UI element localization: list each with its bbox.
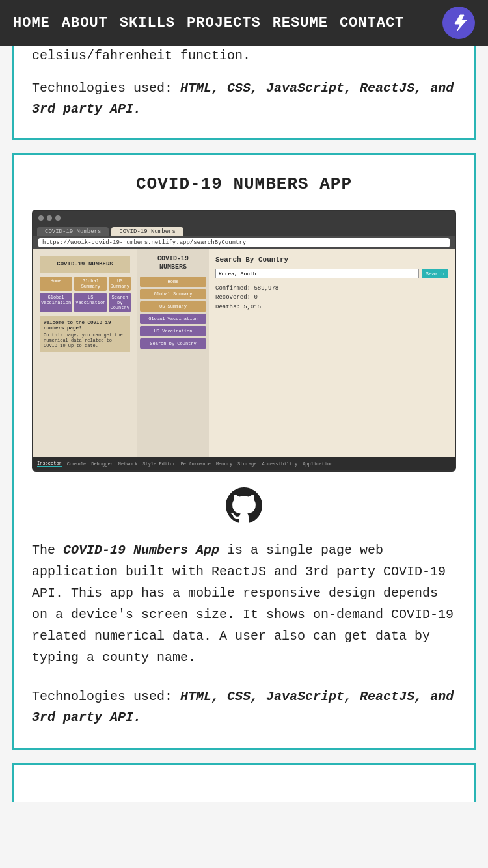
app-sidebar-uvax: US Vaccination	[140, 326, 206, 336]
nav-about[interactable]: ABOUT	[62, 15, 108, 31]
app-search-row: Search	[215, 269, 448, 278]
browser-tab-1[interactable]: COVID-19 Numbers	[37, 227, 109, 236]
app-sidebar-us: US Summary	[140, 301, 206, 312]
partial-top-card: celsius/fahrenheit function. Technologie…	[12, 46, 476, 140]
app-welcome-title: Welcome to the COVID-19 numbers page!	[44, 320, 126, 331]
app-sidebar-gvax: Global Vaccination	[140, 314, 206, 324]
app-sidebar-global: Global Summary	[140, 289, 206, 299]
covid-tech-text: Technologies used: HTML, CSS, JavaScript…	[32, 686, 456, 728]
stat-confirmed: Confirmed: 589,978	[215, 284, 448, 293]
app-mobile-btn-search: Search by Country	[109, 293, 130, 312]
app-desktop-logo: COVID-19NUMBERS	[140, 254, 206, 271]
devtools-inspector[interactable]: Inspector	[37, 461, 62, 467]
navigation: HOME ABOUT SKILLS PROJECTS RESUME CONTAC…	[0, 0, 488, 46]
browser-mockup: COVID-19 Numbers COVID-19 Numbers https:…	[32, 210, 456, 472]
stat-deaths: Deaths: 5,015	[215, 303, 448, 312]
app-sidebar-home: Home	[140, 277, 206, 287]
avatar-icon	[448, 12, 469, 33]
stat-recovered: Recovered: 0	[215, 293, 448, 302]
nav-home[interactable]: HOME	[13, 15, 50, 31]
devtools-perf[interactable]: Performance	[181, 461, 211, 467]
avatar[interactable]	[442, 7, 475, 39]
browser-tab-2[interactable]: COVID-19 Numbers	[111, 227, 183, 236]
nav-resume[interactable]: RESUME	[273, 15, 328, 31]
browser-devtools: Inspector Console Debugger Network Style…	[33, 457, 455, 470]
browser-dot-red	[38, 215, 44, 221]
browser-top-bar	[33, 211, 455, 225]
covid-project-title: COVID-19 NUMBERS APP	[32, 174, 456, 194]
app-mobile-btn-us: US Summary	[109, 277, 130, 291]
browser-body: COVID-19 NUMBERS Home Global Summary US …	[33, 249, 455, 457]
devtools-network[interactable]: Network	[118, 461, 137, 467]
devtools-app[interactable]: Application	[303, 461, 332, 467]
app-desktop-panel: COVID-19NUMBERS Home Global Summary US S…	[137, 249, 455, 457]
nav-contact[interactable]: CONTACT	[340, 15, 404, 31]
browser-address-field[interactable]: https://wooik-covid-19-numbers.netlify.a…	[38, 238, 450, 247]
covid-project-card: COVID-19 NUMBERS APP COVID-19 Numbers CO…	[12, 153, 476, 750]
partial-tech-text: Technologies used: HTML, CSS, JavaScript…	[32, 78, 456, 120]
devtools-memory[interactable]: Memory	[216, 461, 232, 467]
github-icon	[226, 487, 262, 524]
browser-tabs-row: COVID-19 Numbers COVID-19 Numbers	[33, 225, 455, 236]
app-mobile-panel: COVID-19 NUMBERS Home Global Summary US …	[33, 249, 137, 457]
app-search-heading: Search By Country	[215, 256, 448, 264]
github-link[interactable]	[32, 487, 456, 524]
app-desktop-sidebar: COVID-19NUMBERS Home Global Summary US S…	[137, 249, 209, 457]
app-mobile-btn-gvax: Global Vaccination	[40, 293, 72, 312]
devtools-storage[interactable]: Storage	[237, 461, 256, 467]
devtools-console[interactable]: Console	[67, 461, 86, 467]
browser-address-bar-row: https://wooik-covid-19-numbers.netlify.a…	[33, 236, 455, 249]
app-mobile-nav: Home Global Summary US Summary Global Va…	[40, 277, 130, 312]
app-mobile-btn-uvax: US Vaccination	[74, 293, 107, 312]
browser-dot-yellow	[47, 215, 52, 221]
app-search-button[interactable]: Search	[422, 269, 448, 278]
app-mobile-logo: COVID-19 NUMBERS	[40, 256, 130, 273]
devtools-style[interactable]: Style Editor	[142, 461, 175, 467]
covid-description: The COVID-19 Numbers App is a single pag…	[32, 539, 456, 668]
devtools-debugger[interactable]: Debugger	[91, 461, 113, 467]
devtools-access[interactable]: Accessibility	[262, 461, 298, 467]
app-stats: Confirmed: 589,978 Recovered: 0 Deaths: …	[215, 284, 448, 312]
nav-links: HOME ABOUT SKILLS PROJECTS RESUME CONTAC…	[13, 15, 404, 31]
app-search-input[interactable]	[215, 269, 419, 278]
nav-projects[interactable]: PROJECTS	[187, 15, 261, 31]
app-mobile-btn-global: Global Summary	[74, 277, 107, 291]
bottom-partial-card	[12, 763, 476, 802]
partial-celsius-text: celsius/fahrenheit function.	[32, 46, 456, 66]
app-sidebar-search: Search by Country	[140, 338, 206, 349]
app-welcome-box: Welcome to the COVID-19 numbers page! On…	[40, 316, 130, 352]
nav-skills[interactable]: SKILLS	[120, 15, 175, 31]
app-welcome-body: On this page, you can get the numerical …	[44, 332, 126, 348]
browser-dot-green	[55, 215, 61, 221]
app-mobile-btn-home: Home	[40, 277, 72, 291]
app-main-content: Search By Country Search Confirmed: 589,…	[209, 249, 455, 457]
